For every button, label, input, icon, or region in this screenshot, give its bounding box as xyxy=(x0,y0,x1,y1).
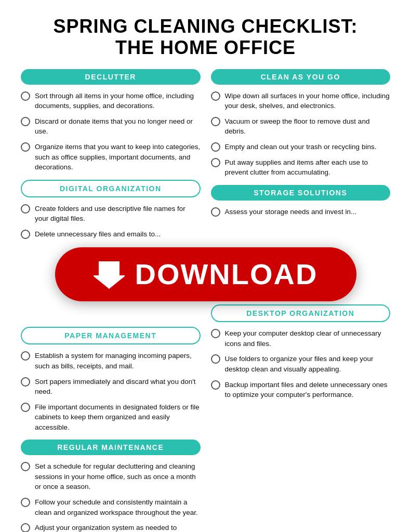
download-arrow-icon xyxy=(94,259,125,290)
download-button[interactable]: DOWNLOAD xyxy=(55,247,356,301)
section-regular-maintenance: REGULAR MAINTENANCE Set a schedule for r… xyxy=(21,440,201,532)
checkbox[interactable] xyxy=(211,380,220,390)
section-storage-solutions: STORAGE SOLUTIONS Assess your storage ne… xyxy=(211,185,391,217)
section-digital-org: DIGITAL ORGANIZATION Create folders and … xyxy=(21,180,201,240)
checkbox[interactable] xyxy=(21,91,30,101)
list-item: Set a schedule for regular decluttering … xyxy=(21,461,201,492)
list-item: Adjust your organization system as neede… xyxy=(21,523,201,532)
checkbox[interactable] xyxy=(21,377,30,387)
list-item: Keep your computer desktop clear of unne… xyxy=(211,328,391,349)
list-item: Discard or donate items that you no long… xyxy=(21,116,201,137)
checkbox[interactable] xyxy=(21,403,30,412)
list-item: Assess your storage needs and invest in.… xyxy=(211,207,391,217)
list-item: Follow your schedule and consistently ma… xyxy=(21,497,201,517)
checkbox[interactable] xyxy=(211,329,220,338)
list-item: Delete unnecessary files and emails to..… xyxy=(21,229,201,240)
list-item: Vacuum or sweep the floor to remove dust… xyxy=(211,116,391,137)
checkbox[interactable] xyxy=(21,498,30,507)
list-item: Sort papers immediately and discard what… xyxy=(21,377,201,397)
checkbox[interactable] xyxy=(21,523,30,532)
page: SPRING CLEANING CHECKLIST: THE HOME OFFI… xyxy=(0,0,411,532)
checkbox[interactable] xyxy=(21,142,30,152)
paper-mgmt-header: PAPER MANAGEMENT xyxy=(21,327,201,344)
section-declutter: DECLUTTER Sort through all items in your… xyxy=(21,69,201,172)
checkbox[interactable] xyxy=(211,158,220,167)
checkbox[interactable] xyxy=(21,230,30,239)
list-item: Put away supplies and items after each u… xyxy=(211,157,391,178)
section-desktop-org: DESKTOP ORGANIZATION Keep your computer … xyxy=(211,304,391,400)
section-paper-mgmt: PAPER MANAGEMENT Establish a system for … xyxy=(21,327,201,432)
checkbox[interactable] xyxy=(211,354,220,364)
checkbox[interactable] xyxy=(21,204,30,214)
checkbox[interactable] xyxy=(21,117,30,126)
section-clean-as-you-go: CLEAN AS YOU GO Wipe down all surfaces i… xyxy=(211,69,391,178)
regular-maintenance-header: REGULAR MAINTENANCE xyxy=(21,440,201,455)
list-item: Wipe down all surfaces in your home offi… xyxy=(211,91,391,111)
list-item: Use folders to organize your files and k… xyxy=(211,354,391,374)
list-item: Sort through all items in your home offi… xyxy=(21,91,201,111)
list-item: Empty and clean out your trash or recycl… xyxy=(211,142,391,152)
storage-solutions-header: STORAGE SOLUTIONS xyxy=(211,185,391,201)
list-item: Organize items that you want to keep int… xyxy=(21,142,201,172)
svg-marker-0 xyxy=(94,261,125,289)
list-item: Establish a system for managing incoming… xyxy=(21,351,201,371)
checkbox[interactable] xyxy=(211,207,220,217)
list-item: File important documents in designated f… xyxy=(21,402,201,433)
digital-org-header: DIGITAL ORGANIZATION xyxy=(21,180,201,197)
checkbox[interactable] xyxy=(211,117,220,126)
declutter-header: DECLUTTER xyxy=(21,69,201,85)
list-item: Create folders and use descriptive file … xyxy=(21,204,201,224)
checkbox[interactable] xyxy=(21,351,30,361)
clean-as-you-go-header: CLEAN AS YOU GO xyxy=(211,69,391,85)
page-title: SPRING CLEANING CHECKLIST: THE HOME OFFI… xyxy=(21,16,390,59)
checkbox[interactable] xyxy=(21,462,30,471)
download-label: DOWNLOAD xyxy=(135,260,318,289)
list-item: Backup important files and delete unnece… xyxy=(211,380,391,400)
checkbox[interactable] xyxy=(211,142,220,152)
checkbox[interactable] xyxy=(211,91,220,101)
desktop-org-header: DESKTOP ORGANIZATION xyxy=(211,304,391,322)
